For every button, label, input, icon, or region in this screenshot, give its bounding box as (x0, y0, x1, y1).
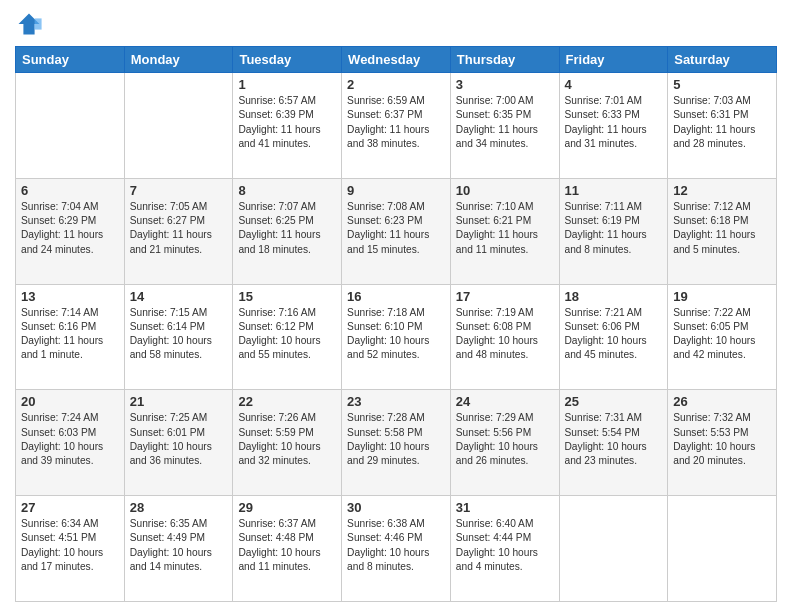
day-number: 22 (238, 394, 336, 409)
week-row-2: 6Sunrise: 7:04 AM Sunset: 6:29 PM Daylig… (16, 178, 777, 284)
day-number: 15 (238, 289, 336, 304)
day-info: Sunrise: 6:38 AM Sunset: 4:46 PM Dayligh… (347, 517, 445, 574)
day-cell: 26Sunrise: 7:32 AM Sunset: 5:53 PM Dayli… (668, 390, 777, 496)
day-number: 26 (673, 394, 771, 409)
day-cell: 28Sunrise: 6:35 AM Sunset: 4:49 PM Dayli… (124, 496, 233, 602)
day-cell: 1Sunrise: 6:57 AM Sunset: 6:39 PM Daylig… (233, 73, 342, 179)
day-cell: 13Sunrise: 7:14 AM Sunset: 6:16 PM Dayli… (16, 284, 125, 390)
day-info: Sunrise: 6:34 AM Sunset: 4:51 PM Dayligh… (21, 517, 119, 574)
day-cell: 24Sunrise: 7:29 AM Sunset: 5:56 PM Dayli… (450, 390, 559, 496)
day-info: Sunrise: 7:22 AM Sunset: 6:05 PM Dayligh… (673, 306, 771, 363)
day-number: 12 (673, 183, 771, 198)
weekday-thursday: Thursday (450, 47, 559, 73)
day-cell: 31Sunrise: 6:40 AM Sunset: 4:44 PM Dayli… (450, 496, 559, 602)
day-number: 8 (238, 183, 336, 198)
day-cell: 9Sunrise: 7:08 AM Sunset: 6:23 PM Daylig… (342, 178, 451, 284)
day-number: 17 (456, 289, 554, 304)
day-cell: 30Sunrise: 6:38 AM Sunset: 4:46 PM Dayli… (342, 496, 451, 602)
day-cell: 7Sunrise: 7:05 AM Sunset: 6:27 PM Daylig… (124, 178, 233, 284)
day-cell: 4Sunrise: 7:01 AM Sunset: 6:33 PM Daylig… (559, 73, 668, 179)
day-number: 31 (456, 500, 554, 515)
day-info: Sunrise: 7:28 AM Sunset: 5:58 PM Dayligh… (347, 411, 445, 468)
day-info: Sunrise: 6:59 AM Sunset: 6:37 PM Dayligh… (347, 94, 445, 151)
weekday-friday: Friday (559, 47, 668, 73)
day-info: Sunrise: 6:35 AM Sunset: 4:49 PM Dayligh… (130, 517, 228, 574)
day-number: 3 (456, 77, 554, 92)
day-number: 9 (347, 183, 445, 198)
day-number: 11 (565, 183, 663, 198)
day-info: Sunrise: 7:29 AM Sunset: 5:56 PM Dayligh… (456, 411, 554, 468)
day-cell: 25Sunrise: 7:31 AM Sunset: 5:54 PM Dayli… (559, 390, 668, 496)
day-info: Sunrise: 7:14 AM Sunset: 6:16 PM Dayligh… (21, 306, 119, 363)
day-number: 6 (21, 183, 119, 198)
day-number: 20 (21, 394, 119, 409)
day-info: Sunrise: 7:25 AM Sunset: 6:01 PM Dayligh… (130, 411, 228, 468)
day-number: 28 (130, 500, 228, 515)
week-row-4: 20Sunrise: 7:24 AM Sunset: 6:03 PM Dayli… (16, 390, 777, 496)
day-number: 14 (130, 289, 228, 304)
day-number: 30 (347, 500, 445, 515)
weekday-monday: Monday (124, 47, 233, 73)
day-number: 10 (456, 183, 554, 198)
day-number: 7 (130, 183, 228, 198)
day-cell (559, 496, 668, 602)
day-cell: 21Sunrise: 7:25 AM Sunset: 6:01 PM Dayli… (124, 390, 233, 496)
day-cell: 3Sunrise: 7:00 AM Sunset: 6:35 PM Daylig… (450, 73, 559, 179)
weekday-tuesday: Tuesday (233, 47, 342, 73)
weekday-header-row: SundayMondayTuesdayWednesdayThursdayFrid… (16, 47, 777, 73)
week-row-1: 1Sunrise: 6:57 AM Sunset: 6:39 PM Daylig… (16, 73, 777, 179)
day-cell: 12Sunrise: 7:12 AM Sunset: 6:18 PM Dayli… (668, 178, 777, 284)
day-info: Sunrise: 7:11 AM Sunset: 6:19 PM Dayligh… (565, 200, 663, 257)
day-cell: 8Sunrise: 7:07 AM Sunset: 6:25 PM Daylig… (233, 178, 342, 284)
day-number: 2 (347, 77, 445, 92)
day-info: Sunrise: 7:01 AM Sunset: 6:33 PM Dayligh… (565, 94, 663, 151)
day-number: 27 (21, 500, 119, 515)
day-cell: 2Sunrise: 6:59 AM Sunset: 6:37 PM Daylig… (342, 73, 451, 179)
day-number: 25 (565, 394, 663, 409)
day-cell: 29Sunrise: 6:37 AM Sunset: 4:48 PM Dayli… (233, 496, 342, 602)
day-number: 24 (456, 394, 554, 409)
day-info: Sunrise: 7:26 AM Sunset: 5:59 PM Dayligh… (238, 411, 336, 468)
day-cell: 15Sunrise: 7:16 AM Sunset: 6:12 PM Dayli… (233, 284, 342, 390)
day-info: Sunrise: 7:19 AM Sunset: 6:08 PM Dayligh… (456, 306, 554, 363)
weekday-wednesday: Wednesday (342, 47, 451, 73)
day-cell: 16Sunrise: 7:18 AM Sunset: 6:10 PM Dayli… (342, 284, 451, 390)
day-cell: 6Sunrise: 7:04 AM Sunset: 6:29 PM Daylig… (16, 178, 125, 284)
day-info: Sunrise: 7:12 AM Sunset: 6:18 PM Dayligh… (673, 200, 771, 257)
day-number: 4 (565, 77, 663, 92)
day-info: Sunrise: 6:37 AM Sunset: 4:48 PM Dayligh… (238, 517, 336, 574)
day-number: 21 (130, 394, 228, 409)
day-cell: 5Sunrise: 7:03 AM Sunset: 6:31 PM Daylig… (668, 73, 777, 179)
day-cell: 18Sunrise: 7:21 AM Sunset: 6:06 PM Dayli… (559, 284, 668, 390)
page: SundayMondayTuesdayWednesdayThursdayFrid… (0, 0, 792, 612)
day-number: 19 (673, 289, 771, 304)
day-number: 16 (347, 289, 445, 304)
day-cell: 10Sunrise: 7:10 AM Sunset: 6:21 PM Dayli… (450, 178, 559, 284)
day-cell (124, 73, 233, 179)
day-cell: 23Sunrise: 7:28 AM Sunset: 5:58 PM Dayli… (342, 390, 451, 496)
day-info: Sunrise: 7:08 AM Sunset: 6:23 PM Dayligh… (347, 200, 445, 257)
day-cell: 11Sunrise: 7:11 AM Sunset: 6:19 PM Dayli… (559, 178, 668, 284)
day-info: Sunrise: 6:40 AM Sunset: 4:44 PM Dayligh… (456, 517, 554, 574)
logo (15, 10, 47, 38)
day-info: Sunrise: 7:00 AM Sunset: 6:35 PM Dayligh… (456, 94, 554, 151)
day-info: Sunrise: 7:04 AM Sunset: 6:29 PM Dayligh… (21, 200, 119, 257)
day-info: Sunrise: 7:24 AM Sunset: 6:03 PM Dayligh… (21, 411, 119, 468)
day-info: Sunrise: 7:10 AM Sunset: 6:21 PM Dayligh… (456, 200, 554, 257)
day-info: Sunrise: 7:15 AM Sunset: 6:14 PM Dayligh… (130, 306, 228, 363)
day-cell: 19Sunrise: 7:22 AM Sunset: 6:05 PM Dayli… (668, 284, 777, 390)
weekday-sunday: Sunday (16, 47, 125, 73)
day-info: Sunrise: 7:07 AM Sunset: 6:25 PM Dayligh… (238, 200, 336, 257)
day-cell: 14Sunrise: 7:15 AM Sunset: 6:14 PM Dayli… (124, 284, 233, 390)
day-cell: 27Sunrise: 6:34 AM Sunset: 4:51 PM Dayli… (16, 496, 125, 602)
day-info: Sunrise: 7:32 AM Sunset: 5:53 PM Dayligh… (673, 411, 771, 468)
week-row-5: 27Sunrise: 6:34 AM Sunset: 4:51 PM Dayli… (16, 496, 777, 602)
day-info: Sunrise: 7:31 AM Sunset: 5:54 PM Dayligh… (565, 411, 663, 468)
day-cell: 20Sunrise: 7:24 AM Sunset: 6:03 PM Dayli… (16, 390, 125, 496)
day-info: Sunrise: 7:03 AM Sunset: 6:31 PM Dayligh… (673, 94, 771, 151)
day-info: Sunrise: 7:16 AM Sunset: 6:12 PM Dayligh… (238, 306, 336, 363)
day-cell: 17Sunrise: 7:19 AM Sunset: 6:08 PM Dayli… (450, 284, 559, 390)
weekday-saturday: Saturday (668, 47, 777, 73)
day-info: Sunrise: 7:21 AM Sunset: 6:06 PM Dayligh… (565, 306, 663, 363)
logo-icon (15, 10, 43, 38)
